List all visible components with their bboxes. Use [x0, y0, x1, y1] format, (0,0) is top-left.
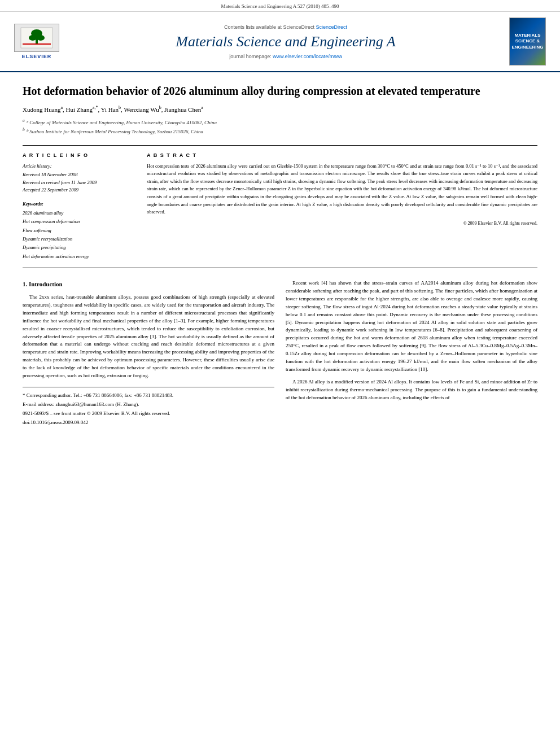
keyword-3: Flow softening	[23, 226, 135, 235]
contents-text: Contents lists available at ScienceDirec…	[224, 24, 314, 30]
keywords-list: 2026 aluminum alloy Hot compression defo…	[23, 209, 135, 261]
contents-available: Contents lists available at ScienceDirec…	[73, 24, 498, 30]
body-col-left: 1. Introduction The 2xxx series, heat-tr…	[23, 279, 274, 428]
affiliation-a: a ᵃ College of Materials Science and Eng…	[23, 117, 537, 127]
keywords-section: Keywords: 2026 aluminum alloy Hot compre…	[23, 201, 135, 261]
journal-cover: MATERIALS SCIENCE & ENGINEERING	[509, 18, 549, 65]
body-para-1: Recent work [4] has shown that the stres…	[286, 279, 537, 374]
accepted-date: Accepted 22 September 2009	[23, 186, 135, 194]
svg-rect-5	[23, 43, 51, 45]
body-col-right: Recent work [4] has shown that the stres…	[286, 279, 537, 428]
abstract-header: A B S T R A C T	[147, 152, 537, 158]
svg-point-4	[37, 35, 45, 41]
elsevier-name: ELSEVIER	[22, 54, 52, 59]
journal-url[interactable]: www.elsevier.com/locate/msea	[273, 54, 342, 59]
received-date: Received 18 November 2008	[23, 171, 135, 179]
abstract-col: A B S T R A C T Hot compression tests of…	[147, 152, 537, 261]
article-meta-section: A R T I C L E I N F O Article history: R…	[23, 145, 537, 268]
elsevier-logo: ELSEVIER	[11, 24, 62, 59]
revised-date: Received in revised form 11 June 2009	[23, 179, 135, 187]
footnote-doi: doi:10.1016/j.msea.2009.09.042	[23, 419, 274, 427]
journal-center: Contents lists available at ScienceDirec…	[62, 24, 509, 59]
cover-title: MATERIALS SCIENCE & ENGINEERING	[511, 33, 543, 50]
footnote-area: * Corresponding author. Tel.: +86 731 88…	[23, 387, 274, 427]
copyright-line: © 2009 Elsevier B.V. All rights reserved…	[147, 221, 537, 226]
keywords-label: Keywords:	[23, 201, 135, 207]
keyword-6: Hot deformation activation energy	[23, 252, 135, 261]
abstract-text: Hot compression tests of 2026 aluminum a…	[147, 163, 537, 216]
introduction-heading: 1. Introduction	[23, 279, 274, 289]
svg-point-3	[29, 35, 37, 41]
footnote-issn: 0921-5093/$ – see front matter © 2009 El…	[23, 410, 274, 418]
intro-para-1: The 2xxx series, heat-treatable aluminum…	[23, 294, 274, 380]
journal-banner: ELSEVIER Contents lists available at Sci…	[0, 12, 560, 72]
authors-line: Xudong Huanga, Hui Zhanga,*, Yi Hanb, We…	[23, 105, 537, 113]
footnote-corresponding: * Corresponding author. Tel.: +86 731 88…	[23, 392, 274, 400]
elsevier-logo-box	[14, 24, 59, 52]
footnote-email: E-mail address: zhanghui63@hunan163.com …	[23, 401, 274, 409]
cover-image: MATERIALS SCIENCE & ENGINEERING	[509, 18, 546, 65]
history-label: Article history:	[23, 163, 135, 171]
body-para-2: A 2026 Al alloy is a modified version of…	[286, 378, 537, 402]
article-info-col: A R T I C L E I N F O Article history: R…	[23, 152, 135, 261]
keyword-5: Dynamic precipitating	[23, 243, 135, 252]
keyword-4: Dynamic recrystallization	[23, 235, 135, 243]
article-title: Hot deformation behavior of 2026 aluminu…	[23, 84, 537, 98]
affiliation-b: b ᵇ Suzhou Institute for Nonferrous Meta…	[23, 126, 537, 136]
citation-text: Materials Science and Engineering A 527 …	[221, 3, 339, 9]
journal-citation: Materials Science and Engineering A 527 …	[0, 0, 560, 12]
keyword-2: Hot compression deformation	[23, 217, 135, 226]
affiliations: a ᵃ College of Materials Science and Eng…	[23, 117, 537, 136]
article-info-header: A R T I C L E I N F O	[23, 152, 135, 158]
journal-title: Materials Science and Engineering A	[73, 33, 498, 50]
body-section: 1. Introduction The 2xxx series, heat-tr…	[23, 279, 537, 428]
keyword-1: 2026 aluminum alloy	[23, 209, 135, 217]
article-content: Hot deformation behavior of 2026 aluminu…	[0, 72, 560, 439]
journal-homepage: journal homepage: www.elsevier.com/locat…	[73, 54, 498, 59]
sciencedirect-link[interactable]: ScienceDirect	[316, 24, 348, 30]
article-history: Article history: Received 18 November 20…	[23, 163, 135, 194]
